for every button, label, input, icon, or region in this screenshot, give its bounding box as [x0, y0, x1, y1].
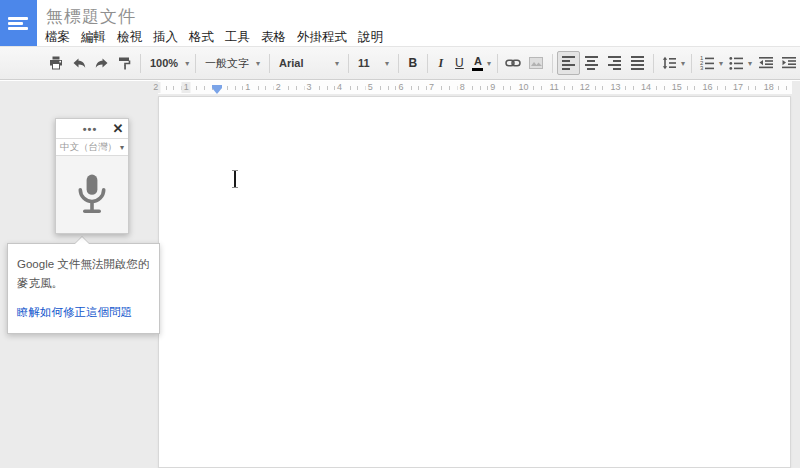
ruler-number: 3 — [304, 82, 313, 93]
document-title[interactable]: 無標題文件 — [46, 5, 136, 28]
ruler-number: 5 — [366, 82, 375, 93]
menu-item-7[interactable]: 外掛程式 — [297, 29, 347, 46]
text-color-icon: A — [472, 56, 483, 71]
align-left-icon — [562, 56, 575, 70]
insert-link-button[interactable] — [502, 51, 525, 75]
ruler-number: 10 — [516, 82, 530, 93]
menu-item-3[interactable]: 插入 — [153, 29, 178, 46]
menu-item-1[interactable]: 編輯 — [81, 29, 106, 46]
increase-indent-icon — [781, 55, 797, 71]
paragraph-style-value: 一般文字 — [205, 56, 249, 71]
language-select[interactable]: 中文（台灣） ▾ — [56, 138, 128, 156]
chevron-down-icon[interactable]: ▾ — [748, 59, 752, 68]
paint-format-button[interactable] — [113, 51, 136, 75]
underline-label: U — [455, 56, 464, 70]
ruler-number: 1 — [243, 82, 252, 93]
paint-roller-icon — [117, 55, 133, 71]
chevron-down-icon: ▾ — [185, 59, 189, 68]
ruler-number: 4 — [335, 82, 344, 93]
language-value: 中文（台灣） — [60, 141, 117, 154]
print-icon — [48, 55, 64, 71]
microphone-button[interactable] — [56, 156, 128, 233]
menu-item-2[interactable]: 檢視 — [117, 29, 142, 46]
text-cursor — [234, 171, 236, 187]
close-icon[interactable]: ✕ — [108, 121, 128, 136]
decrease-indent-button[interactable] — [754, 51, 777, 75]
font-size-value: 11 — [358, 57, 370, 69]
menu-item-6[interactable]: 表格 — [261, 29, 286, 46]
font-size-select[interactable]: 11 ▾ — [353, 51, 394, 75]
font-family-value: Arial — [279, 57, 303, 69]
ruler-number: 12 — [578, 82, 592, 93]
numbered-list-button[interactable]: 123 — [696, 51, 719, 75]
text-color-button[interactable]: A — [469, 51, 487, 75]
ruler-number: 11 — [547, 82, 560, 93]
ruler-number: 16 — [700, 82, 714, 93]
chevron-down-icon: ▾ — [385, 59, 389, 68]
google-docs-logo-icon[interactable] — [0, 0, 37, 46]
ruler-number: 7 — [427, 82, 436, 93]
align-center-button[interactable] — [580, 51, 603, 75]
redo-button[interactable] — [90, 51, 113, 75]
menu-item-0[interactable]: 檔案 — [45, 29, 70, 46]
align-right-button[interactable] — [603, 51, 626, 75]
redo-icon — [94, 55, 110, 71]
italic-button[interactable]: I — [432, 51, 450, 75]
bulleted-list-icon — [728, 55, 744, 71]
ruler-number: 17 — [731, 82, 745, 93]
zoom-select[interactable]: 100% ▾ — [145, 51, 191, 75]
first-line-indent-marker[interactable] — [212, 85, 222, 88]
chevron-down-icon[interactable]: ▾ — [681, 59, 685, 68]
line-spacing-icon — [661, 55, 677, 71]
toolbar-separator — [140, 54, 141, 73]
align-center-icon — [585, 56, 598, 70]
toolbar-separator — [269, 54, 270, 73]
chevron-down-icon[interactable]: ▾ — [487, 59, 491, 68]
link-icon — [505, 55, 521, 71]
bold-label: B — [409, 56, 418, 70]
overflow-menu-icon[interactable]: ••• — [56, 124, 108, 134]
undo-button[interactable] — [67, 51, 90, 75]
ruler-number: 18 — [762, 82, 776, 93]
increase-indent-button[interactable] — [777, 51, 800, 75]
toolbar-separator — [653, 54, 654, 73]
undo-icon — [71, 55, 87, 71]
chevron-down-icon[interactable]: ▾ — [719, 59, 723, 68]
underline-button[interactable]: U — [450, 51, 469, 75]
font-family-select[interactable]: Arial ▾ — [274, 51, 344, 75]
ruler-number: 9 — [488, 82, 497, 93]
mic-error-tooltip: Google 文件無法開啟您的麥克風。 瞭解如何修正這個問題 — [7, 243, 160, 334]
align-left-button[interactable] — [557, 51, 580, 75]
print-button[interactable] — [44, 51, 67, 75]
document-page[interactable] — [158, 96, 791, 468]
insert-image-button[interactable] — [525, 51, 548, 75]
chevron-down-icon: ▾ — [335, 59, 339, 68]
align-right-icon — [608, 56, 621, 70]
menu-item-5[interactable]: 工具 — [225, 29, 250, 46]
fix-problem-link[interactable]: 瞭解如何修正這個問題 — [17, 305, 132, 320]
menu-item-4[interactable]: 格式 — [189, 29, 214, 46]
voice-panel-header: ••• ✕ — [56, 119, 128, 138]
ruler-number: 2 — [274, 82, 283, 93]
ruler-page-strip — [158, 81, 792, 94]
ruler-number: 2 — [151, 82, 160, 93]
toolbar-separator — [195, 54, 196, 73]
line-spacing-button[interactable] — [658, 51, 681, 75]
justify-icon — [631, 56, 644, 70]
ruler-number: 15 — [670, 82, 684, 93]
microphone-icon — [74, 172, 110, 218]
bulleted-list-button[interactable] — [725, 51, 748, 75]
toolbar-separator — [398, 54, 399, 73]
justify-button[interactable] — [626, 51, 649, 75]
numbered-list-icon: 123 — [699, 55, 715, 71]
paragraph-style-select[interactable]: 一般文字 ▾ — [200, 51, 265, 75]
ruler: 21123456789101112131415161718 — [0, 81, 800, 94]
decrease-indent-icon — [758, 55, 774, 71]
zoom-value: 100% — [150, 57, 178, 69]
toolbar: 100% ▾ 一般文字 ▾ Arial ▾ 11 ▾ B I U A ▾ — [0, 46, 800, 80]
svg-text:3: 3 — [700, 65, 704, 71]
italic-label: I — [439, 56, 444, 71]
menu-item-8[interactable]: 說明 — [358, 29, 383, 46]
ruler-number: 1 — [182, 82, 191, 93]
bold-button[interactable]: B — [403, 51, 423, 75]
